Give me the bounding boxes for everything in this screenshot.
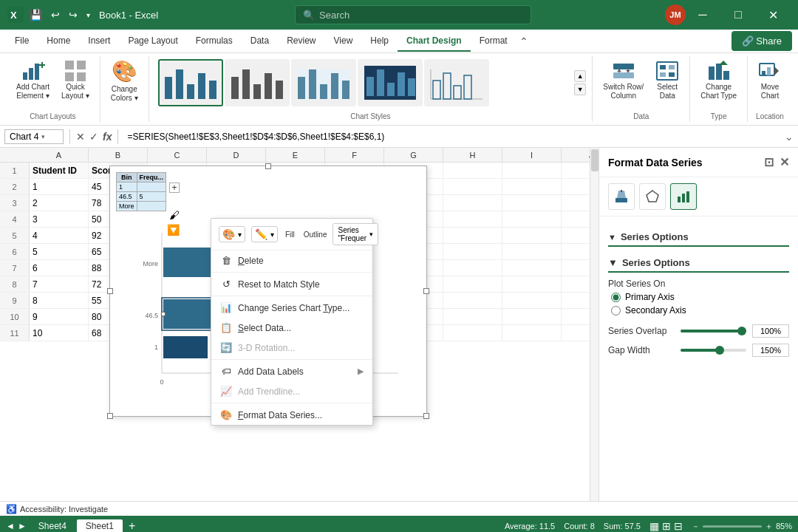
zoom-in-btn[interactable]: ＋ <box>765 521 773 532</box>
chart-resize-corner[interactable] <box>423 413 429 419</box>
ctx-delete[interactable]: 🗑 Delete <box>211 250 372 270</box>
gap-width-thumb[interactable] <box>715 346 724 355</box>
ctx-reset[interactable]: ↺ Reset to Match Style <box>211 274 372 294</box>
svg-rect-20 <box>276 81 283 99</box>
ribbon-group-chart-layouts: Add ChartElement ▾ QuickLayout ▾ Chart L… <box>6 56 100 122</box>
secondary-axis-option[interactable]: Secondary Axis <box>611 305 789 316</box>
name-box-arrow[interactable]: ▾ <box>41 133 45 140</box>
formula-expand-btn[interactable]: ⌄ <box>785 131 794 143</box>
series-overlap-value[interactable] <box>752 324 789 338</box>
gap-width-value[interactable] <box>752 344 789 357</box>
series-overlap-thumb[interactable] <box>737 327 746 335</box>
quick-layout-btn[interactable]: QuickLayout ▾ <box>57 56 94 103</box>
chart-style-1[interactable] <box>158 59 223 106</box>
cancel-formula-btn[interactable]: ✕ <box>76 131 85 143</box>
cell-I1[interactable] <box>502 163 562 178</box>
tab-sheet4[interactable]: Sheet4 <box>30 519 75 532</box>
ctx-add-labels[interactable]: 🏷 Add Data Labels ▶ <box>211 361 372 381</box>
tab-formulas[interactable]: Formulas <box>187 31 242 52</box>
undo-btn[interactable]: ↩ <box>48 7 63 22</box>
chart-resize-corner-bl[interactable] <box>107 413 113 419</box>
add-chart-label: Add ChartElement ▾ <box>16 83 50 100</box>
cell-A1[interactable]: Student ID <box>30 163 89 178</box>
next-sheet-btn[interactable]: ► <box>18 521 27 531</box>
zoom-out-btn[interactable]: － <box>692 521 700 532</box>
customize-btn[interactable]: ▾ <box>83 10 93 21</box>
primary-axis-option[interactable]: Primary Axis <box>611 292 789 302</box>
tab-page-layout[interactable]: Page Layout <box>119 31 186 52</box>
chart-resize-left[interactable] <box>107 288 113 294</box>
add-sheet-btn[interactable]: + <box>124 519 140 532</box>
save-btn[interactable]: 💾 <box>27 7 45 22</box>
secondary-axis-radio[interactable] <box>611 306 621 316</box>
tab-insert[interactable]: Insert <box>79 31 119 52</box>
tab-view[interactable]: View <box>325 31 362 52</box>
ctx-change-series[interactable]: 📊 Change Series Chart Type... <box>211 298 372 318</box>
insert-function-btn[interactable]: fx <box>103 131 112 143</box>
ribbon-collapse-btn[interactable]: ⌃ <box>519 35 528 47</box>
tab-data[interactable]: Data <box>242 31 278 52</box>
page-layout-view-btn[interactable]: ⊞ <box>662 520 671 532</box>
chart-brush-btn[interactable]: 🖌 <box>169 209 180 221</box>
tab-home[interactable]: Home <box>38 31 79 52</box>
series-overlap-label: Series Overlap <box>608 326 675 336</box>
close-btn[interactable]: ✕ <box>757 0 791 30</box>
chart-style-2[interactable] <box>225 59 290 106</box>
styles-scroll-down[interactable]: ▼ <box>574 83 586 95</box>
confirm-formula-btn[interactable]: ✓ <box>89 131 98 143</box>
chart-style-4[interactable] <box>358 59 423 106</box>
panel-close-btn[interactable]: ✕ <box>780 155 789 169</box>
chart-style-5[interactable] <box>424 59 489 106</box>
styles-scroll-up[interactable]: ▲ <box>574 70 586 82</box>
change-colors-btn[interactable]: 🎨 ChangeColors ▾ <box>106 56 143 106</box>
minimize-btn[interactable]: ─ <box>686 0 720 30</box>
panel-restore-btn[interactable]: ⊡ <box>764 155 774 169</box>
svg-rect-9 <box>65 72 74 81</box>
ctx-series-dropdown[interactable]: Series "Frequer ▾ <box>332 223 378 245</box>
share-button[interactable]: 🔗 Share <box>732 31 792 51</box>
panel-tab-effects[interactable] <box>639 183 666 210</box>
tab-sheet1[interactable]: Sheet1 <box>77 519 123 532</box>
maximize-btn[interactable]: □ <box>721 0 755 30</box>
tab-review[interactable]: Review <box>278 31 324 52</box>
gap-width-track[interactable] <box>681 349 746 352</box>
user-avatar[interactable]: JM <box>665 4 686 25</box>
chart-resize-top[interactable] <box>265 163 271 169</box>
panel-tab-series[interactable] <box>670 183 697 210</box>
move-chart-btn[interactable]: MoveChart <box>754 56 786 103</box>
tab-chart-design[interactable]: Chart Design <box>398 31 471 52</box>
chart-plus-btn[interactable]: + <box>169 183 180 193</box>
series-options-header[interactable]: ▼ Series Options <box>608 231 789 247</box>
tab-help[interactable]: Help <box>361 31 398 52</box>
page-break-view-btn[interactable]: ⊟ <box>674 520 683 532</box>
select-data-icon <box>655 59 679 83</box>
search-input[interactable] <box>319 10 523 21</box>
ctx-format-series[interactable]: 🎨 Format Data Series... <box>211 405 372 425</box>
ctx-fill-btn[interactable]: 🎨 ▾ <box>219 226 245 242</box>
ctx-select-data[interactable]: 📋 Select Data... <box>211 318 372 338</box>
ctx-outline-btn[interactable]: ✏️ ▾ <box>251 226 278 242</box>
svg-rect-31 <box>398 72 405 96</box>
chart-bar-1[interactable] <box>163 336 208 358</box>
tab-format[interactable]: Format <box>471 31 516 52</box>
add-chart-element-btn[interactable]: Add ChartElement ▾ <box>12 56 54 103</box>
name-box[interactable]: Chart 4 ▾ <box>4 129 64 144</box>
prev-sheet-btn[interactable]: ◄ <box>6 521 15 531</box>
vertical-scrollbar[interactable] <box>590 148 598 501</box>
switch-row-col-btn[interactable]: Switch Row/Column <box>598 56 648 103</box>
primary-axis-radio[interactable] <box>611 293 621 302</box>
cell-H1[interactable] <box>443 163 502 178</box>
redo-btn[interactable]: ↪ <box>66 7 81 22</box>
chart-resize-right[interactable] <box>423 288 429 294</box>
chart-style-3[interactable] <box>291 59 356 106</box>
normal-view-btn[interactable]: ▦ <box>649 520 659 532</box>
panel-tab-fill[interactable] <box>608 183 635 210</box>
zoom-slider[interactable] <box>703 525 762 528</box>
change-chart-type-btn[interactable]: ChangeChart Type <box>696 56 741 103</box>
select-data-btn[interactable]: SelectData <box>651 56 683 103</box>
tab-file[interactable]: File <box>6 31 38 52</box>
formula-input[interactable] <box>124 132 782 142</box>
zoom-level: 85% <box>776 522 792 531</box>
series-options-2-header[interactable]: ▼ Series Options <box>608 254 789 273</box>
series-overlap-track[interactable] <box>681 330 746 332</box>
